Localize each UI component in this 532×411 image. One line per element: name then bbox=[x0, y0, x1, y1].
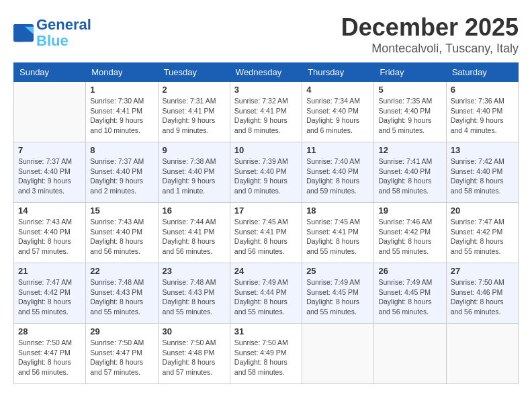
day-number: 24 bbox=[234, 266, 298, 276]
calendar-cell: 21Sunrise: 7:47 AMSunset: 4:42 PMDayligh… bbox=[14, 263, 86, 324]
weekday-header: Friday bbox=[374, 63, 446, 82]
day-info: Sunrise: 7:37 AMSunset: 4:40 PMDaylight:… bbox=[90, 156, 153, 196]
calendar-cell: 13Sunrise: 7:42 AMSunset: 4:40 PMDayligh… bbox=[446, 142, 518, 203]
calendar-cell: 19Sunrise: 7:46 AMSunset: 4:42 PMDayligh… bbox=[374, 203, 446, 263]
calendar-cell bbox=[374, 324, 446, 384]
day-info: Sunrise: 7:43 AMSunset: 4:40 PMDaylight:… bbox=[90, 217, 153, 257]
day-number: 7 bbox=[18, 145, 81, 155]
day-info: Sunrise: 7:48 AMSunset: 4:43 PMDaylight:… bbox=[163, 277, 226, 317]
day-number: 30 bbox=[163, 326, 226, 336]
calendar-cell: 20Sunrise: 7:47 AMSunset: 4:42 PMDayligh… bbox=[446, 203, 518, 263]
calendar-cell: 15Sunrise: 7:43 AMSunset: 4:40 PMDayligh… bbox=[86, 203, 158, 263]
day-number: 6 bbox=[451, 85, 514, 95]
calendar-cell: 26Sunrise: 7:49 AMSunset: 4:45 PMDayligh… bbox=[374, 263, 446, 324]
logo-general: General bbox=[36, 16, 91, 33]
day-number: 9 bbox=[163, 145, 226, 155]
day-info: Sunrise: 7:41 AMSunset: 4:40 PMDaylight:… bbox=[378, 156, 441, 196]
day-number: 22 bbox=[90, 266, 153, 276]
day-number: 1 bbox=[90, 85, 153, 95]
calendar-cell: 10Sunrise: 7:39 AMSunset: 4:40 PMDayligh… bbox=[230, 142, 302, 203]
day-number: 23 bbox=[163, 266, 226, 276]
calendar-cell: 28Sunrise: 7:50 AMSunset: 4:47 PMDayligh… bbox=[14, 324, 86, 384]
day-number: 10 bbox=[234, 145, 298, 155]
logo-blue: Blue bbox=[36, 32, 69, 49]
calendar-cell: 27Sunrise: 7:50 AMSunset: 4:46 PMDayligh… bbox=[446, 263, 518, 324]
day-info: Sunrise: 7:46 AMSunset: 4:42 PMDaylight:… bbox=[378, 217, 441, 257]
calendar-cell: 9Sunrise: 7:38 AMSunset: 4:40 PMDaylight… bbox=[158, 142, 230, 203]
logo-text: General Blue bbox=[36, 17, 91, 49]
calendar-cell: 29Sunrise: 7:50 AMSunset: 4:47 PMDayligh… bbox=[86, 324, 158, 384]
day-number: 5 bbox=[378, 85, 441, 95]
day-info: Sunrise: 7:47 AMSunset: 4:42 PMDaylight:… bbox=[451, 217, 514, 257]
day-info: Sunrise: 7:47 AMSunset: 4:42 PMDaylight:… bbox=[18, 277, 81, 317]
day-number: 4 bbox=[306, 85, 369, 95]
day-number: 14 bbox=[18, 205, 81, 216]
calendar-cell: 24Sunrise: 7:49 AMSunset: 4:44 PMDayligh… bbox=[230, 263, 302, 324]
day-info: Sunrise: 7:39 AMSunset: 4:40 PMDaylight:… bbox=[234, 156, 298, 196]
calendar-week-row: 14Sunrise: 7:43 AMSunset: 4:40 PMDayligh… bbox=[14, 203, 519, 263]
location-title: Montecalvoli, Tuscany, Italy bbox=[341, 42, 519, 56]
day-number: 12 bbox=[378, 145, 441, 155]
calendar-week-row: 28Sunrise: 7:50 AMSunset: 4:47 PMDayligh… bbox=[14, 324, 519, 384]
calendar-cell: 31Sunrise: 7:50 AMSunset: 4:49 PMDayligh… bbox=[230, 324, 302, 384]
day-info: Sunrise: 7:50 AMSunset: 4:48 PMDaylight:… bbox=[163, 338, 226, 377]
calendar-cell bbox=[446, 324, 518, 384]
page-header: General Blue December 2025 Montecalvoli,… bbox=[13, 13, 519, 56]
logo: General Blue bbox=[13, 17, 91, 49]
calendar-cell: 1Sunrise: 7:30 AMSunset: 4:41 PMDaylight… bbox=[86, 82, 158, 142]
day-info: Sunrise: 7:49 AMSunset: 4:45 PMDaylight:… bbox=[306, 277, 369, 317]
day-number: 20 bbox=[451, 205, 514, 216]
day-number: 17 bbox=[234, 205, 298, 216]
calendar-cell: 18Sunrise: 7:45 AMSunset: 4:41 PMDayligh… bbox=[302, 203, 374, 263]
calendar-cell: 8Sunrise: 7:37 AMSunset: 4:40 PMDaylight… bbox=[86, 142, 158, 203]
day-number: 27 bbox=[451, 266, 514, 276]
calendar-cell: 2Sunrise: 7:31 AMSunset: 4:41 PMDaylight… bbox=[158, 82, 230, 142]
day-number: 8 bbox=[90, 145, 153, 155]
calendar-cell bbox=[302, 324, 374, 384]
day-info: Sunrise: 7:45 AMSunset: 4:41 PMDaylight:… bbox=[234, 217, 298, 257]
calendar-cell: 4Sunrise: 7:34 AMSunset: 4:40 PMDaylight… bbox=[302, 82, 374, 142]
day-info: Sunrise: 7:42 AMSunset: 4:40 PMDaylight:… bbox=[451, 156, 514, 196]
day-info: Sunrise: 7:49 AMSunset: 4:45 PMDaylight:… bbox=[378, 277, 441, 317]
day-number: 31 bbox=[234, 326, 298, 336]
day-number: 21 bbox=[18, 266, 81, 276]
calendar-cell bbox=[14, 82, 86, 142]
calendar-cell: 25Sunrise: 7:49 AMSunset: 4:45 PMDayligh… bbox=[302, 263, 374, 324]
day-info: Sunrise: 7:30 AMSunset: 4:41 PMDaylight:… bbox=[90, 96, 153, 136]
day-info: Sunrise: 7:48 AMSunset: 4:43 PMDaylight:… bbox=[90, 277, 153, 317]
day-info: Sunrise: 7:35 AMSunset: 4:40 PMDaylight:… bbox=[378, 96, 441, 136]
calendar-cell: 23Sunrise: 7:48 AMSunset: 4:43 PMDayligh… bbox=[158, 263, 230, 324]
day-number: 15 bbox=[90, 205, 153, 216]
day-number: 18 bbox=[306, 205, 369, 216]
day-info: Sunrise: 7:36 AMSunset: 4:40 PMDaylight:… bbox=[451, 96, 514, 136]
calendar-week-row: 1Sunrise: 7:30 AMSunset: 4:41 PMDaylight… bbox=[14, 82, 519, 142]
weekday-header-row: SundayMondayTuesdayWednesdayThursdayFrid… bbox=[14, 63, 519, 82]
day-number: 25 bbox=[306, 266, 369, 276]
calendar-cell: 6Sunrise: 7:36 AMSunset: 4:40 PMDaylight… bbox=[446, 82, 518, 142]
day-number: 19 bbox=[378, 205, 441, 216]
weekday-header: Wednesday bbox=[230, 63, 302, 82]
weekday-header: Sunday bbox=[14, 63, 86, 82]
calendar-week-row: 21Sunrise: 7:47 AMSunset: 4:42 PMDayligh… bbox=[14, 263, 519, 324]
calendar-cell: 3Sunrise: 7:32 AMSunset: 4:41 PMDaylight… bbox=[230, 82, 302, 142]
day-info: Sunrise: 7:32 AMSunset: 4:41 PMDaylight:… bbox=[234, 96, 298, 136]
calendar-week-row: 7Sunrise: 7:37 AMSunset: 4:40 PMDaylight… bbox=[14, 142, 519, 203]
day-info: Sunrise: 7:45 AMSunset: 4:41 PMDaylight:… bbox=[306, 217, 369, 257]
day-info: Sunrise: 7:40 AMSunset: 4:40 PMDaylight:… bbox=[306, 156, 369, 196]
day-info: Sunrise: 7:43 AMSunset: 4:40 PMDaylight:… bbox=[18, 217, 81, 257]
weekday-header: Thursday bbox=[302, 63, 374, 82]
calendar-table: SundayMondayTuesdayWednesdayThursdayFrid… bbox=[13, 62, 519, 384]
title-area: December 2025 Montecalvoli, Tuscany, Ita… bbox=[341, 13, 519, 56]
weekday-header: Saturday bbox=[446, 63, 518, 82]
svg-rect-2 bbox=[13, 24, 25, 42]
calendar-cell: 14Sunrise: 7:43 AMSunset: 4:40 PMDayligh… bbox=[14, 203, 86, 263]
day-number: 13 bbox=[451, 145, 514, 155]
month-title: December 2025 bbox=[341, 13, 519, 42]
day-info: Sunrise: 7:44 AMSunset: 4:41 PMDaylight:… bbox=[163, 217, 226, 257]
weekday-header: Monday bbox=[86, 63, 158, 82]
day-info: Sunrise: 7:31 AMSunset: 4:41 PMDaylight:… bbox=[163, 96, 226, 136]
calendar-cell: 30Sunrise: 7:50 AMSunset: 4:48 PMDayligh… bbox=[158, 324, 230, 384]
calendar-cell: 17Sunrise: 7:45 AMSunset: 4:41 PMDayligh… bbox=[230, 203, 302, 263]
day-info: Sunrise: 7:49 AMSunset: 4:44 PMDaylight:… bbox=[234, 277, 298, 317]
calendar-cell: 5Sunrise: 7:35 AMSunset: 4:40 PMDaylight… bbox=[374, 82, 446, 142]
